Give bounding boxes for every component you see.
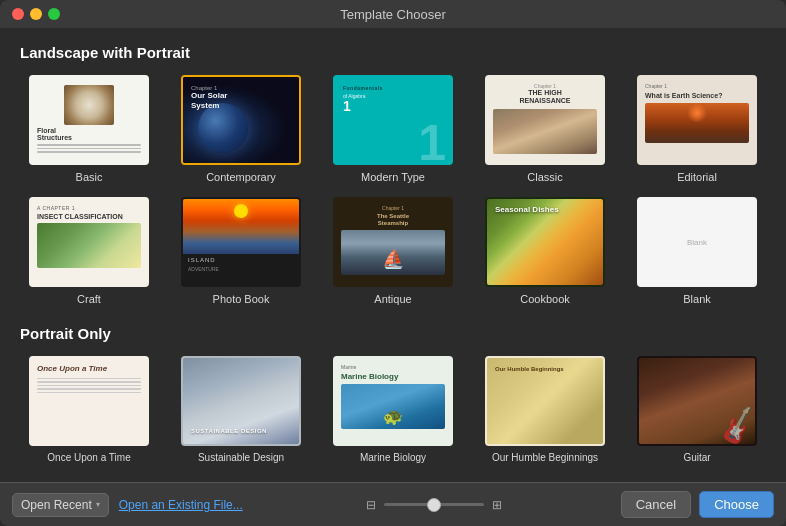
template-item-classic[interactable]: Chapter 1 THE HIGHRENAISSANCE Classic [476,75,614,183]
painting-image [493,109,597,154]
section-landscape-portrait: Landscape with Portrait FloralStructures… [20,44,766,305]
template-thumb-basic: FloralStructures [29,75,149,165]
text-line [37,385,141,387]
template-chooser-content: Landscape with Portrait FloralStructures… [0,28,786,482]
marine-title: Marine Biology [341,372,445,381]
traffic-lights [12,8,60,20]
template-item-editorial[interactable]: Chapter 1 What is Earth Science? Editori… [628,75,766,183]
landscape-grid: FloralStructures Basic Chapter 1 Our Sol… [20,75,766,305]
template-item-contemporary[interactable]: Chapter 1 Our SolarSystem Contemporary [172,75,310,183]
window-title: Template Chooser [340,7,446,22]
template-thumb-guitar [637,356,757,446]
template-label-humble: Our Humble Beginnings [492,452,598,463]
template-item-cookbook[interactable]: Seasonal Dishes Cookbook [476,197,614,305]
antique-header: Chapter 1 [341,205,445,211]
portrait-grid: Once Upon a Time Once Upon a Time SUSTAI… [20,356,766,463]
choose-button[interactable]: Choose [699,491,774,518]
template-item-sustainable[interactable]: SUSTAINABLE DESIGN Sustainable Design [172,356,310,463]
photobook-subtitle: ADVENTURE [183,266,299,272]
craft-title: INSECT CLASSIFICATION [37,213,141,220]
toolbar-right: Cancel Choose [621,491,774,518]
turtle-image [341,384,445,429]
close-button[interactable] [12,8,24,20]
template-thumb-marine: Marine Marine Biology [333,356,453,446]
template-item-photo-book[interactable]: ISLAND ADVENTURE Photo Book [172,197,310,305]
bottom-toolbar: Open Recent ▾ Open an Existing File... ⊟… [0,482,786,526]
blank-label: Blank [687,238,707,247]
template-item-humble[interactable]: Our Humble Beginnings Our Humble Beginni… [476,356,614,463]
cookbook-overlay: Seasonal Dishes [495,205,559,214]
ship-image [341,230,445,275]
editorial-title: What is Earth Science? [645,92,749,100]
section-portrait-only: Portrait Only Once Upon a Time Once Upon… [20,325,766,463]
minimize-button[interactable] [30,8,42,20]
planet-image [198,103,248,153]
template-label-contemporary: Contemporary [206,171,276,183]
text-line [37,381,141,383]
template-thumb-humble: Our Humble Beginnings [485,356,605,446]
template-item-once-upon[interactable]: Once Upon a Time Once Upon a Time [20,356,158,463]
marine-header: Marine [341,364,445,370]
text-line [37,392,141,394]
template-item-guitar[interactable]: Guitar [628,356,766,463]
humble-title: Our Humble Beginnings [495,366,564,374]
template-item-antique[interactable]: Chapter 1 The SeattleSteamship Antique [324,197,462,305]
choose-label: Choose [714,497,759,512]
contemporary-title: Our SolarSystem [191,91,227,110]
template-item-modern-type[interactable]: Fundamentals of Algebra 1 1 Modern Type [324,75,462,183]
architecture-image: SUSTAINABLE DESIGN [183,358,299,444]
cancel-label: Cancel [636,497,676,512]
photobook-title: ISLAND [183,254,299,266]
open-recent-button[interactable]: Open Recent ▾ [12,493,109,517]
text-line [37,388,141,390]
template-label-sustainable: Sustainable Design [198,452,284,463]
modern-big-title: 1 [343,99,443,113]
template-label-photobook: Photo Book [213,293,270,305]
fullscreen-button[interactable] [48,8,60,20]
butterfly-image [37,223,141,268]
template-label-blank: Blank [683,293,711,305]
editorial-header: Chapter 1 [645,83,749,89]
template-item-basic[interactable]: FloralStructures Basic [20,75,158,183]
titlebar: Template Chooser [0,0,786,28]
template-label-marine: Marine Biology [360,452,426,463]
basic-title-text: FloralStructures [37,127,141,141]
open-recent-label: Open Recent [21,498,92,512]
basic-body-lines [37,144,141,157]
modern-subtitle: Fundamentals [343,85,443,91]
chevron-down-icon: ▾ [96,500,100,509]
text-line [37,378,141,380]
body-line [37,151,141,153]
arch-text: SUSTAINABLE DESIGN [191,428,267,434]
template-thumb-blank: Blank [637,197,757,287]
toolbar-left: Open Recent ▾ Open an Existing File... [12,493,247,517]
open-existing-button[interactable]: Open an Existing File... [115,494,247,516]
template-thumb-sustainable: SUSTAINABLE DESIGN [181,356,301,446]
template-label-craft: Craft [77,293,101,305]
once-upon-lines [37,378,141,394]
template-label-editorial: Editorial [677,171,717,183]
sunset-image [183,199,299,254]
template-thumb-once-upon: Once Upon a Time [29,356,149,446]
template-item-marine[interactable]: Marine Marine Biology Marine Biology [324,356,462,463]
template-thumb-contemporary: Chapter 1 Our SolarSystem [181,75,301,165]
zoom-slider[interactable] [384,503,484,506]
template-label-once-upon: Once Upon a Time [47,452,130,463]
food-image: Seasonal Dishes [487,199,603,285]
toolbar-center: ⊟ ⊞ [255,498,613,512]
open-existing-label: Open an Existing File... [119,498,243,512]
cancel-button[interactable]: Cancel [621,491,691,518]
section-landscape-title: Landscape with Portrait [20,44,766,61]
template-thumb-cookbook: Seasonal Dishes [485,197,605,287]
craft-header: A CHAPTER 1 [37,205,141,211]
sun-image [234,204,248,218]
template-item-craft[interactable]: A CHAPTER 1 INSECT CLASSIFICATION Craft [20,197,158,305]
once-upon-title: Once Upon a Time [37,364,141,374]
template-label-guitar: Guitar [683,452,710,463]
template-label-antique: Antique [374,293,411,305]
template-label-cookbook: Cookbook [520,293,570,305]
zoom-in-icon: ⊞ [492,498,502,512]
map-image: Our Humble Beginnings [487,358,603,444]
template-thumb-craft: A CHAPTER 1 INSECT CLASSIFICATION [29,197,149,287]
template-item-blank[interactable]: Blank Blank [628,197,766,305]
